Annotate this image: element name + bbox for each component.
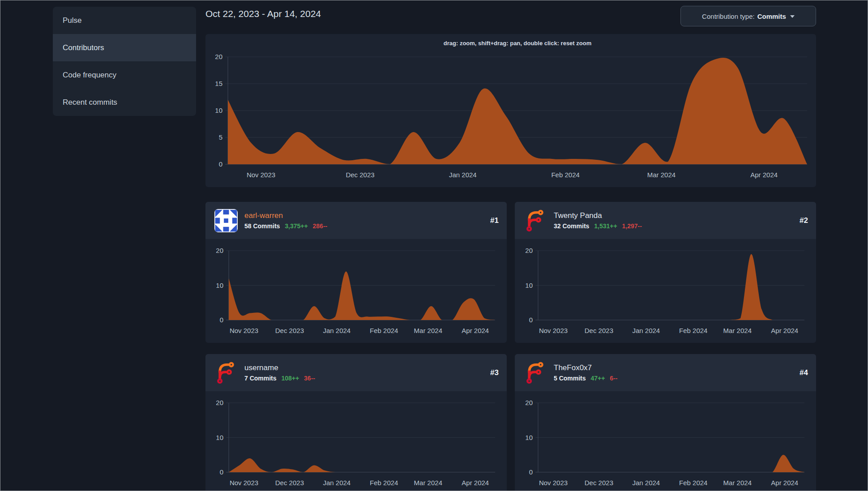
identicon-avatar[interactable] [214,209,238,232]
svg-text:Apr 2024: Apr 2024 [750,171,778,179]
contributor-identity: earl-warren 58 Commits 3,375++ 286-- [244,211,483,230]
svg-text:10: 10 [216,434,223,441]
rank-badge: #4 [800,368,808,377]
svg-text:10: 10 [525,282,533,289]
svg-text:Apr 2024: Apr 2024 [771,479,798,487]
svg-text:Mar 2024: Mar 2024 [414,327,442,334]
contributor-card-4: TheFox0x7 5 Commits 47++ 6-- #4 01020Nov… [515,354,816,491]
activity-nav-menu: Pulse Contributors Code frequency Recent… [53,7,196,116]
contributor-card-header: TheFox0x7 5 Commits 47++ 6-- #4 [515,354,816,391]
svg-text:Feb 2024: Feb 2024 [370,479,398,487]
svg-text:Jan 2024: Jan 2024 [632,327,660,334]
nav-item-pulse[interactable]: Pulse [53,7,196,34]
svg-text:20: 20 [216,247,223,254]
additions-count: 1,531++ [594,222,617,230]
contributor-chart-area: 01020Nov 2023Dec 2023Jan 2024Feb 2024Mar… [515,391,816,491]
additions-count: 3,375++ [285,222,308,230]
contributor-commits-area-chart[interactable]: 01020Nov 2023Dec 2023Jan 2024Feb 2024Mar… [205,239,507,343]
rank-badge: #1 [490,216,499,225]
svg-text:10: 10 [215,107,222,114]
svg-text:Dec 2023: Dec 2023 [585,327,613,334]
contributor-stats: 5 Commits 47++ 6-- [554,375,793,382]
contributor-stats: 7 Commits 108++ 36-- [244,375,483,382]
svg-text:Dec 2023: Dec 2023 [275,327,304,334]
additions-count: 108++ [281,375,299,382]
chevron-down-icon [790,15,795,18]
contribution-type-value: Commits [757,13,786,20]
contributor-chart-area: 01020Nov 2023Dec 2023Jan 2024Feb 2024Mar… [205,239,507,343]
svg-text:20: 20 [525,399,533,406]
contribution-type-dropdown[interactable]: Contribution type: Commits [680,6,816,26]
deletions-count: 1,297-- [622,222,642,230]
contributor-identity: Twenty Panda 32 Commits 1,531++ 1,297-- [554,211,793,230]
svg-text:Apr 2024: Apr 2024 [462,479,489,487]
contributor-card-header: earl-warren 58 Commits 3,375++ 286-- #1 [205,202,507,239]
svg-text:Nov 2023: Nov 2023 [539,327,568,334]
deletions-count: 6-- [610,375,617,382]
contributor-name-link[interactable]: earl-warren [244,211,483,220]
repo-activity-contributors-page: Pulse Contributors Code frequency Recent… [0,0,868,491]
svg-text:Nov 2023: Nov 2023 [247,171,275,179]
svg-text:Dec 2023: Dec 2023 [275,479,304,487]
svg-text:0: 0 [220,316,223,324]
date-range-title: Oct 22, 2023 - Apr 14, 2024 [205,9,321,19]
contributor-name-link[interactable]: Twenty Panda [554,211,793,220]
rank-badge: #2 [800,216,808,225]
svg-text:Nov 2023: Nov 2023 [539,479,568,487]
svg-text:Mar 2024: Mar 2024 [723,479,752,487]
svg-text:Jan 2024: Jan 2024 [323,327,351,334]
overall-commits-area-chart[interactable]: 05101520Nov 2023Dec 2023Jan 2024Feb 2024… [205,34,816,187]
overall-commits-chart-panel: drag: zoom, shift+drag: pan, double clic… [205,34,816,187]
svg-text:Jan 2024: Jan 2024 [323,479,351,487]
svg-text:Dec 2023: Dec 2023 [585,479,613,487]
svg-text:Mar 2024: Mar 2024 [414,479,442,487]
commit-count: 7 Commits [244,375,277,382]
contributor-commits-area-chart[interactable]: 01020Nov 2023Dec 2023Jan 2024Feb 2024Mar… [515,239,816,343]
forgejo-logo-avatar[interactable] [214,361,238,384]
svg-text:0: 0 [219,160,222,168]
contributor-commits-area-chart[interactable]: 01020Nov 2023Dec 2023Jan 2024Feb 2024Mar… [515,391,816,491]
additions-count: 47++ [590,375,605,382]
contributor-chart-area: 01020Nov 2023Dec 2023Jan 2024Feb 2024Mar… [205,391,507,491]
contributor-card-1: earl-warren 58 Commits 3,375++ 286-- #1 … [205,202,507,343]
nav-item-code-frequency[interactable]: Code frequency [53,61,196,89]
svg-text:Jan 2024: Jan 2024 [632,479,660,487]
contributor-stats: 58 Commits 3,375++ 286-- [244,222,483,230]
svg-text:Nov 2023: Nov 2023 [230,479,258,487]
nav-item-recent-commits[interactable]: Recent commits [53,89,196,116]
rank-badge: #3 [490,368,499,377]
contributor-name-link[interactable]: username [244,363,483,372]
deletions-count: 286-- [313,222,328,230]
svg-text:0: 0 [220,468,223,476]
svg-text:10: 10 [216,282,223,289]
contributor-card-3: username 7 Commits 108++ 36-- #3 01020No… [205,354,507,491]
svg-text:10: 10 [525,434,533,441]
svg-text:Feb 2024: Feb 2024 [551,171,579,179]
svg-text:Mar 2024: Mar 2024 [647,171,676,179]
contributor-identity: username 7 Commits 108++ 36-- [244,363,483,382]
svg-text:Feb 2024: Feb 2024 [370,327,398,334]
contributor-card-header: username 7 Commits 108++ 36-- #3 [205,354,507,391]
svg-text:Dec 2023: Dec 2023 [346,171,374,179]
contributor-stats: 32 Commits 1,531++ 1,297-- [554,222,793,230]
nav-item-contributors[interactable]: Contributors [53,34,196,61]
forgejo-logo-avatar[interactable] [524,361,547,384]
contribution-type-label: Contribution type: [702,13,755,20]
contributor-card-header: Twenty Panda 32 Commits 1,531++ 1,297-- … [515,202,816,239]
svg-text:Apr 2024: Apr 2024 [462,327,489,334]
commit-count: 5 Commits [554,375,586,382]
svg-text:20: 20 [216,399,223,406]
svg-text:20: 20 [525,247,533,254]
svg-text:20: 20 [215,53,222,60]
svg-text:Nov 2023: Nov 2023 [230,327,258,334]
svg-text:Jan 2024: Jan 2024 [449,171,477,179]
contributor-card-2: Twenty Panda 32 Commits 1,531++ 1,297-- … [515,202,816,343]
contributor-identity: TheFox0x7 5 Commits 47++ 6-- [554,363,793,382]
commit-count: 58 Commits [244,222,280,230]
forgejo-logo-avatar[interactable] [524,209,547,232]
svg-text:Mar 2024: Mar 2024 [723,327,752,334]
svg-text:Feb 2024: Feb 2024 [679,327,707,334]
contributor-name-link[interactable]: TheFox0x7 [554,363,793,372]
deletions-count: 36-- [304,375,315,382]
contributor-commits-area-chart[interactable]: 01020Nov 2023Dec 2023Jan 2024Feb 2024Mar… [205,391,507,491]
